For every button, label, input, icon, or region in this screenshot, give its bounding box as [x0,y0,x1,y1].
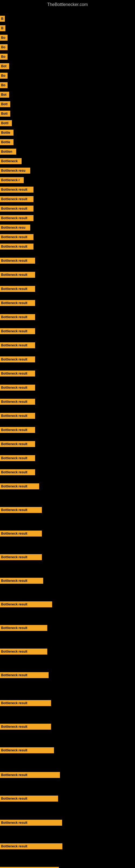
badge-item: Bottleneck result [0,601,52,607]
badge-item: Bottleneck result [0,484,39,489]
badge-item: Bottleneck result [0,867,59,868]
badge-item: Bo [0,82,8,88]
badge-item: Bottleneck result [0,399,35,405]
badge-item: Bo [0,35,8,41]
site-title: TheBottlenecker.com [0,0,135,8]
badge-item: Bottleneck [0,158,21,164]
badge-item: Bottleneck result [0,272,35,278]
badge-item: Bottleneck result [0,206,34,212]
badge-item: Bott [0,111,10,117]
badge-item: Bottleneck result [0,820,62,826]
badge-item: Bottleneck result [0,578,43,584]
badge-item: Bot [0,92,9,98]
badge-item: Bottleneck result [0,554,42,560]
badge-item: Bottleneck result [0,314,35,320]
badge-item: Bottleneck result [0,843,62,849]
badge-item: Bottleneck result [0,371,35,376]
badge-item: Bot [0,63,9,69]
badge-item: Bo [0,54,8,60]
badge-item: Bottleneck result [0,328,35,334]
badge-item: Bottle [0,130,13,135]
badge-item: B [0,16,5,22]
badge-item: Bottleneck result [0,700,51,706]
badge-item: Bo [0,73,8,79]
badge-item: Bottleneck result [0,747,54,753]
badge-item: Bottleneck result [0,300,35,306]
badge-item: Bottleneck result [0,413,35,419]
badge-item: Bo [0,44,8,50]
badge-item: Bottleneck result [0,469,35,475]
badge-item: Bottleneck resu [0,167,30,174]
badge-item: B [0,25,5,31]
badge-item: Bottleneck result [0,244,34,250]
badge-item: Bottleneck result [0,441,35,447]
badge-item: Bott [0,101,10,107]
badge-item: Bottleneck result [0,649,47,654]
badge-item: Bottleneck result [0,196,34,202]
badge-item: Bottleneck result [0,384,35,391]
badge-item: Bottleneck result [0,796,58,802]
badge-item: Bottleneck result [0,455,35,461]
badge-item: Bottl [0,120,12,126]
badge-item: Bottleneck result [0,286,35,292]
badge-item: Bottleneck result [0,625,47,631]
badge-item: Bottlen [0,149,16,155]
badge-item: Bottleneck result [0,187,34,193]
badge-item: Bottleneck resu [0,225,30,230]
badge-container: BBBoBoBoBotBoBoBotBottBottBottlBottleBot… [0,8,135,868]
badge-item: Bottleneck result [0,672,49,678]
badge-item: Bottleneck result [0,258,35,264]
badge-item: Bottleneck result [0,356,35,362]
badge-item: Bottleneck result [0,772,60,778]
badge-item: Bottleneck result [0,507,42,513]
badge-item: Bottle [0,139,13,145]
badge-item: Bottleneck result [0,234,34,240]
badge-item: Bottleneck r [0,177,24,183]
badge-item: Bottleneck result [0,342,35,348]
badge-item: Bottleneck result [0,427,35,433]
badge-item: Bottleneck result [0,215,34,221]
badge-item: Bottleneck result [0,531,42,536]
badge-item: Bottleneck result [0,724,51,730]
